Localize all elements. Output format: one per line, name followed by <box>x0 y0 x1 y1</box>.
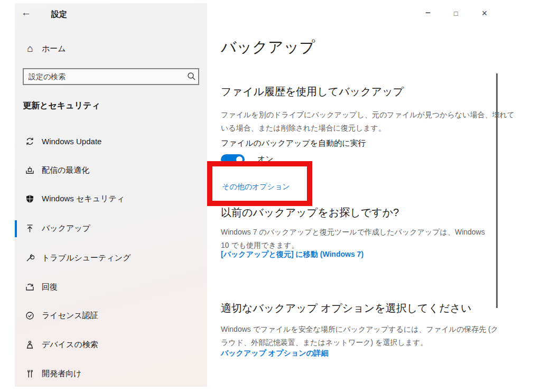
auto-backup-label: ファイルのバックアップを自動的に実行 <box>221 138 366 148</box>
sidebar-item-backup[interactable]: バックアップ <box>15 219 207 238</box>
sidebar-item-label: 開発者向け <box>42 369 81 379</box>
toggle-state-label: オン <box>257 154 274 164</box>
more-options-link[interactable]: その他のオプション <box>222 182 290 192</box>
backup-options-detail-link[interactable]: バックアップ オプションの詳細 <box>221 349 329 358</box>
settings-window: ← 設定 − □ × ⌂ ホーム 更新とセキュリティ Windows Updat… <box>0 0 541 392</box>
sidebar-group-header: 更新とセキュリティ <box>23 100 100 111</box>
settings-search-box <box>23 68 199 85</box>
sidebar-item-activation[interactable]: ライセンス認証 <box>15 306 207 325</box>
back-button[interactable]: ← <box>21 7 31 18</box>
sidebar-item-developers[interactable]: 開発者向け <box>15 364 207 383</box>
scrollbar[interactable] <box>491 71 499 388</box>
sidebar-item-label: 回復 <box>42 282 58 292</box>
search-input[interactable] <box>24 72 184 81</box>
older-backup-heading: 以前のバックアップをお探しですか? <box>221 206 399 220</box>
toggle-knob-icon <box>236 156 242 163</box>
older-backup-description: Windows 7 のバックアップと復元ツールで作成したバックアップは、Wind… <box>221 226 485 252</box>
shield-icon <box>25 194 34 203</box>
recovery-icon <box>25 283 34 292</box>
sidebar-item-label: ライセンス認証 <box>42 311 98 321</box>
page-title: バックアップ <box>221 37 315 58</box>
refresh-icon <box>25 137 34 146</box>
sidebar-item-label: Windows セキュリティ <box>42 194 125 204</box>
sidebar-item-windows-security[interactable]: Windows セキュリティ <box>15 189 207 208</box>
backup-arrow-icon <box>25 224 34 233</box>
sidebar-item-label: ホーム <box>42 44 66 54</box>
developer-tools-icon <box>25 369 34 378</box>
sidebar-item-label: トラブルシューティング <box>42 253 131 263</box>
home-icon: ⌂ <box>25 44 35 53</box>
file-history-heading: ファイル履歴を使用してバックアップ <box>221 85 404 99</box>
scrollbar-thumb[interactable] <box>496 73 498 308</box>
choose-option-heading: 適切なバックアップ オプションを選択してください <box>221 301 471 315</box>
find-device-icon <box>25 340 34 349</box>
app-title: 設定 <box>51 10 67 20</box>
wrench-icon <box>25 254 34 263</box>
sidebar-item-label: デバイスの検索 <box>42 340 98 350</box>
sidebar-item-troubleshoot[interactable]: トラブルシューティング <box>15 248 207 267</box>
sidebar-item-home[interactable]: ⌂ ホーム <box>15 39 207 58</box>
choose-option-description: Windows でファイルを安全な場所にバックアップするには、ファイルの保存先 … <box>221 323 498 349</box>
sidebar-item-delivery-optimization[interactable]: 配信の最適化 <box>15 161 207 180</box>
file-history-description: ファイルを別のドライブにバックアップし、元のファイルが見つからない場合、壊れて … <box>221 108 515 135</box>
close-button[interactable]: × <box>472 5 497 22</box>
maximize-button[interactable]: □ <box>444 5 468 22</box>
check-circle-icon <box>25 311 34 320</box>
sidebar-item-recovery[interactable]: 回復 <box>15 277 207 296</box>
file-backup-toggle[interactable] <box>221 154 245 165</box>
sidebar-item-find-device[interactable]: デバイスの検索 <box>15 335 207 354</box>
sidebar-item-label: バックアップ <box>42 223 90 234</box>
sidebar-item-label: 配信の最適化 <box>42 165 89 175</box>
minimize-button[interactable]: − <box>416 5 440 22</box>
search-icon[interactable] <box>184 71 198 82</box>
delivery-optimization-icon <box>25 166 34 175</box>
backup-restore-link[interactable]: [バックアップと復元] に移動 (Windows 7) <box>221 250 363 259</box>
sidebar-item-label: Windows Update <box>42 137 101 146</box>
sidebar-item-windows-update[interactable]: Windows Update <box>15 132 207 151</box>
